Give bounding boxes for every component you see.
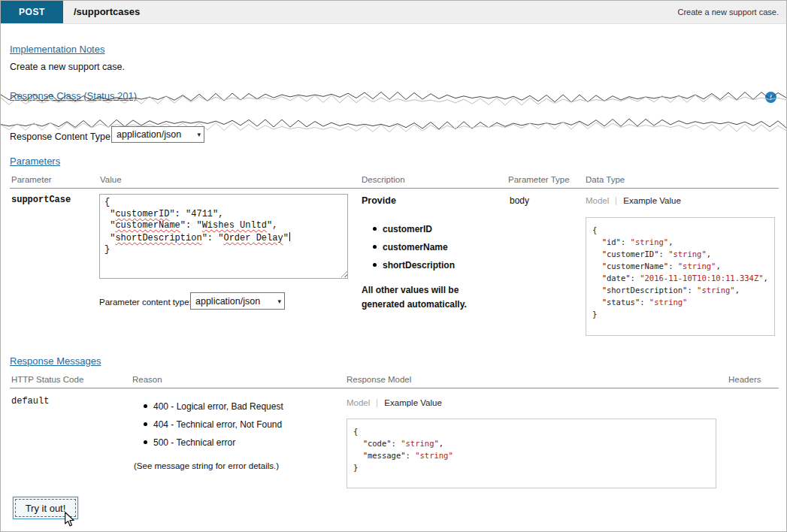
reason-bullet: 400 - Logical error, Bad Request [144, 401, 283, 412]
col-reason: Reason [132, 375, 162, 384]
bullet-icon [373, 227, 377, 231]
swagger-operation-panel: POST /supportcases Create a new support … [0, 0, 787, 532]
bullet-label: customerName [383, 242, 448, 252]
parameter-name: supportCase [11, 195, 71, 205]
col-data-type: Data Type [586, 175, 625, 184]
operation-summary: Create a new support case. [677, 8, 779, 17]
col-description: Description [362, 175, 405, 184]
tab-example-value[interactable]: Example Value [384, 398, 442, 407]
parameter-content-type-select-wrap: application/json ▾ [190, 292, 285, 310]
responses-table-divider [10, 388, 779, 388]
description-bullet: customerName [373, 242, 448, 252]
operation-header-bar: POST /supportcases Create a new support … [1, 1, 786, 24]
response-class-heading: Response Class (Status 201) [10, 90, 137, 101]
bullet-icon [144, 440, 147, 444]
mouse-cursor [64, 512, 75, 527]
parameter-type-value: body [510, 195, 529, 206]
tab-example-value[interactable]: Example Value [623, 196, 681, 205]
reason-bullet: 404 - Technical error, Not Found [144, 419, 282, 430]
col-parameter-type: Parameter Type [508, 175, 570, 184]
response-messages-heading: Response Messages [10, 355, 101, 367]
bullet-icon [373, 263, 377, 267]
response-model-tabs: Model Example Value [347, 398, 442, 407]
response-content-type-select[interactable]: application/json [111, 126, 204, 143]
implementation-notes-heading: Implementation Notes [10, 44, 104, 55]
parameters-table-divider [10, 188, 779, 189]
tab-divider [616, 197, 616, 205]
description-note: All other values will be generated autom… [362, 283, 497, 311]
info-icon[interactable]: i [765, 92, 776, 103]
col-parameter: Parameter [11, 175, 52, 184]
reason-text: 400 - Logical error, Bad Request [153, 401, 283, 412]
reason-text: 404 - Technical error, Not Found [153, 419, 282, 430]
endpoint-path[interactable]: /supportcases [74, 6, 140, 17]
implementation-notes-text: Create a new support case. [10, 62, 125, 72]
col-http-status-code: HTTP Status Code [11, 375, 83, 384]
http-method-badge[interactable]: POST [1, 1, 63, 23]
bullet-label: shortDescription [383, 260, 455, 271]
bullet-icon [144, 404, 147, 408]
col-response-model: Response Model [347, 375, 411, 384]
response-content-type-label: Response Content Type [10, 131, 110, 142]
parameters-heading: Parameters [10, 156, 60, 167]
description-intro: Provide [362, 195, 396, 206]
bullet-icon [373, 245, 377, 249]
col-value: Value [100, 175, 122, 184]
parameter-content-type-select[interactable]: application/json [190, 292, 285, 310]
bullet-icon [144, 422, 147, 426]
reason-note: (See message string for error details.) [134, 461, 279, 470]
info-icon-glyph: i [770, 93, 772, 101]
tab-divider [377, 399, 377, 407]
response-content-type-select-wrap: application/json ▾ [111, 126, 204, 143]
col-headers: Headers [728, 375, 761, 384]
description-bullet: shortDescription [373, 260, 455, 271]
tab-model[interactable]: Model [347, 398, 370, 407]
response-example-json: { "code": "string", "message": "string" … [347, 419, 716, 488]
data-type-tabs: Model Example Value [586, 196, 681, 205]
reason-bullet: 500 - Technical error [144, 437, 235, 448]
parameter-content-type-label: Parameter content type: [99, 298, 192, 307]
response-status-code: default [11, 396, 49, 407]
reason-text: 500 - Technical error [153, 437, 235, 448]
tab-model[interactable]: Model [586, 196, 609, 205]
bullet-label: customerID [383, 224, 432, 234]
parameter-value-textarea[interactable]: { "customerID": "4711", "customerName": … [99, 194, 348, 279]
datatype-example-json: { "id": "string", "customerID": "string"… [586, 217, 775, 336]
description-bullet: customerID [373, 224, 432, 234]
